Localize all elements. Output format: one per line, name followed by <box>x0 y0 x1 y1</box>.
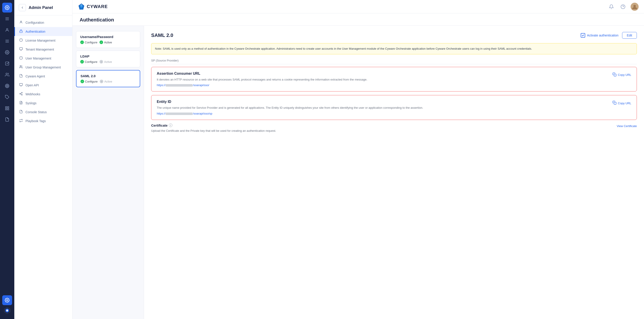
user-mgmt-label: User Management <box>26 57 51 60</box>
active-badge-saml: ○ Active <box>100 80 112 83</box>
copy-assertion-url-button[interactable]: Copy URL <box>612 72 631 77</box>
copy-entity-id-button[interactable]: Copy URL <box>612 100 631 106</box>
active-badge-ldap: ○ Active <box>100 60 112 64</box>
svg-rect-28 <box>20 48 22 50</box>
tenant-label: Tenant Management <box>26 48 54 51</box>
people-nav-icon[interactable] <box>2 70 12 80</box>
sidebar-item-cyware-agent[interactable]: Cyware Agent <box>14 72 72 81</box>
content-wrapper: CYWARE Authentication <box>72 0 644 319</box>
copy-assertion-label: Copy URL <box>618 73 631 77</box>
icon-bar-top <box>2 3 12 293</box>
configure-badge-up: ✓ Configure <box>80 41 97 44</box>
configure-dot-ldap: ✓ <box>80 60 84 64</box>
assertion-consumer-desc: It denotes an HTTP resource on a web sit… <box>157 77 609 82</box>
sidebar-header: Admin Panel <box>14 0 72 16</box>
doc-nav-icon[interactable] <box>2 115 12 124</box>
sidebar-item-playbook-tags[interactable]: Playbook Tags <box>14 117 72 126</box>
notification-icon[interactable] <box>607 3 616 11</box>
activate-checkbox-icon <box>581 33 585 38</box>
svg-point-10 <box>6 73 8 75</box>
active-label-ldap: Active <box>104 60 112 64</box>
console-status-label: Console Status <box>26 110 47 114</box>
top-bar: CYWARE <box>72 0 644 14</box>
sidebar-item-authentication[interactable]: Authentication <box>14 27 72 36</box>
edit-button[interactable]: Edit <box>622 32 637 39</box>
configure-label-saml: Configure <box>85 80 98 83</box>
configure-badge-saml: ✓ Configure <box>80 80 98 83</box>
icon-bar-bottom <box>2 295 12 314</box>
copy-entity-icon <box>612 101 616 106</box>
svg-point-4 <box>6 29 8 30</box>
svg-point-39 <box>20 93 20 94</box>
sidebar: Admin Panel Configuration Authentication… <box>14 0 72 319</box>
auth-card-saml2[interactable]: SAML 2.0 ✓ Configure ○ Active <box>76 70 140 87</box>
svg-point-8 <box>7 52 8 53</box>
sidebar-item-user-group-management[interactable]: User Group Management <box>14 63 72 72</box>
copy-assertion-icon <box>612 73 616 77</box>
configuration-icon <box>19 20 23 25</box>
sidebar-item-user-management[interactable]: User Management <box>14 54 72 63</box>
auth-card-ldap[interactable]: LDAP ✓ Configure ○ Active <box>76 51 140 67</box>
user-group-icon <box>19 65 23 70</box>
settings-active-bottom-icon[interactable] <box>2 295 12 305</box>
cert-title-text: Certificate <box>151 124 168 127</box>
tenant-icon <box>19 47 23 52</box>
user-nav-icon[interactable] <box>2 25 12 35</box>
list-nav-icon[interactable] <box>2 36 12 46</box>
svg-point-13 <box>7 86 8 86</box>
auth-card-username-password[interactable]: Username/Password ✓ Configure ✓ Active <box>76 31 140 48</box>
detail-header-right: Activate authentication Edit <box>581 32 637 39</box>
svg-rect-24 <box>20 31 22 33</box>
sidebar-item-webhooks[interactable]: Webhooks <box>14 90 72 99</box>
entity-id-url-blur <box>166 113 192 115</box>
cert-header: Certificate i View Certificate <box>151 124 637 129</box>
view-certificate-button[interactable]: View Certificate <box>617 124 637 128</box>
copy-entity-label: Copy URL <box>618 102 631 105</box>
open-api-label: Open API <box>26 84 39 87</box>
configure-badge-ldap: ✓ Configure <box>80 60 97 64</box>
back-button[interactable] <box>19 4 26 11</box>
auth-list: Username/Password ✓ Configure ✓ Active L… <box>72 26 144 319</box>
menu-nav-icon[interactable] <box>2 14 12 24</box>
assertion-consumer-title: Assertion Consumer URL <box>157 72 609 76</box>
detail-header: SAML 2.0 Activate authentication Edit <box>151 32 637 39</box>
sidebar-item-license-management[interactable]: License Management <box>14 36 72 45</box>
assertion-consumer-url: https:///soarapi/sso/ <box>157 84 609 87</box>
certificate-section: Certificate i View Certificate Upload th… <box>151 124 637 133</box>
entity-id-card: Entity ID The unique name provided for S… <box>151 95 637 120</box>
help-icon[interactable] <box>619 3 627 11</box>
gear-nav-icon[interactable] <box>2 48 12 57</box>
content-body: Username/Password ✓ Configure ✓ Active L… <box>72 26 644 319</box>
saml2-title: SAML 2.0 <box>80 74 136 78</box>
activate-authentication-button[interactable]: Activate authentication <box>581 33 618 38</box>
sidebar-item-syslogs[interactable]: Syslogs <box>14 99 72 108</box>
authentication-icon <box>19 29 23 34</box>
avatar[interactable] <box>630 3 639 11</box>
sidebar-item-configuration[interactable]: Configuration <box>14 18 72 27</box>
active-label-saml: Active <box>104 80 112 83</box>
license-icon <box>19 38 23 43</box>
settings-top-icon[interactable] <box>2 3 12 13</box>
svg-point-19 <box>6 299 8 301</box>
svg-rect-15 <box>6 107 7 108</box>
sidebar-item-open-api[interactable]: Open API <box>14 81 72 90</box>
playbook-tags-icon <box>19 119 23 123</box>
target-nav-icon[interactable] <box>2 81 12 91</box>
check-nav-icon[interactable] <box>2 59 12 69</box>
svg-point-40 <box>22 94 22 95</box>
cyware-bottom-logo <box>3 306 11 314</box>
user-group-label: User Group Management <box>26 66 61 69</box>
grid-nav-icon[interactable] <box>2 103 12 113</box>
logo-text: CYWARE <box>87 4 108 9</box>
active-dot-up: ✓ <box>100 41 103 44</box>
tag-nav-icon[interactable] <box>2 92 12 102</box>
sidebar-nav: Configuration Authentication License Man… <box>14 16 72 319</box>
sidebar-item-console-status[interactable]: Console Status <box>14 108 72 117</box>
svg-point-23 <box>20 21 22 22</box>
svg-rect-18 <box>6 109 7 110</box>
icon-bar <box>0 0 14 319</box>
license-label: License Management <box>26 39 56 42</box>
configuration-label: Configuration <box>26 21 44 24</box>
entity-id-title: Entity ID <box>157 100 609 104</box>
sidebar-item-tenant-management[interactable]: Tenant Management <box>14 45 72 54</box>
